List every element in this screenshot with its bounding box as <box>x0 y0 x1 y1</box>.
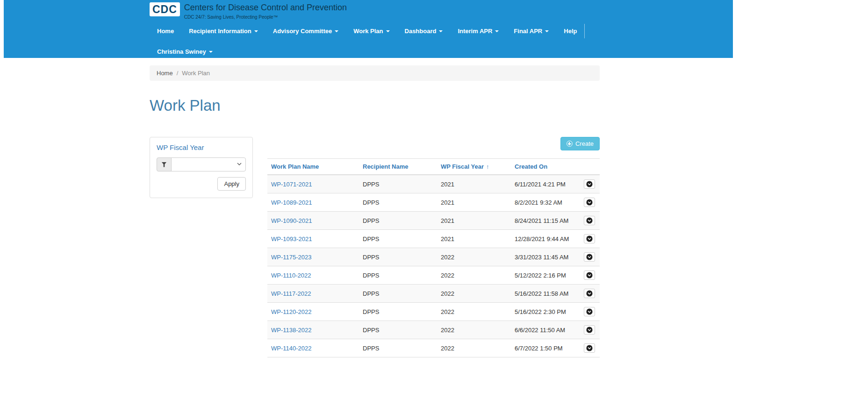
nav-item-final-apr[interactable]: Final APR <box>506 24 556 38</box>
breadcrumb-home[interactable]: Home <box>157 70 173 77</box>
work-plan-name-cell: WP-1140-2022 <box>267 339 359 357</box>
row-actions-button[interactable] <box>584 234 595 243</box>
caret-down-icon <box>386 30 390 32</box>
table-row: WP-1093-2021DPPS202112/28/2021 9:44 AM <box>267 230 600 248</box>
work-plan-link[interactable]: WP-1089-2021 <box>271 199 312 206</box>
row-actions-cell <box>580 285 600 303</box>
recipient-name-cell: DPPS <box>359 193 437 212</box>
work-plan-name-cell: WP-1138-2022 <box>267 321 359 339</box>
breadcrumb-separator: / <box>177 70 179 77</box>
work-plan-link[interactable]: WP-1175-2023 <box>271 254 311 261</box>
table-row: WP-1175-2023DPPS20223/31/2023 11:45 AM <box>267 248 600 266</box>
work-plan-link[interactable]: WP-1110-2022 <box>271 272 311 279</box>
created-on-cell: 8/24/2021 11:15 AM <box>511 212 580 230</box>
nav-item-help[interactable]: Help <box>556 24 585 38</box>
recipient-name-cell: DPPS <box>359 230 437 248</box>
work-plan-link[interactable]: WP-1090-2021 <box>271 217 312 224</box>
nav-item-interim-apr[interactable]: Interim APR <box>450 24 506 38</box>
row-actions-cell <box>580 212 600 230</box>
work-plan-name-cell: WP-1090-2021 <box>267 212 359 230</box>
user-menu[interactable]: Christina Swiney <box>150 44 220 59</box>
table-row: WP-1110-2022DPPS20225/12/2022 2:16 PM <box>267 266 600 285</box>
filter-panel: WP Fiscal Year Apply <box>150 137 253 198</box>
fiscal-year-cell: 2022 <box>437 303 511 321</box>
column-header-recipient-name[interactable]: Recipient Name <box>359 159 437 175</box>
recipient-name-cell: DPPS <box>359 303 437 321</box>
nav-item-label: Recipient Information <box>189 28 251 35</box>
filter-funnel-button[interactable] <box>157 157 172 171</box>
created-on-cell: 6/6/2022 11:50 AM <box>511 321 580 339</box>
site-tagline: CDC 24/7: Saving Lives, Protecting Peopl… <box>184 14 347 20</box>
page-title: Work Plan <box>150 97 600 114</box>
chevron-down-circle-icon <box>586 272 593 278</box>
chevron-down-circle-icon <box>586 217 593 224</box>
table-row: WP-1140-2022DPPS20226/7/2022 1:50 PM <box>267 339 600 357</box>
row-actions-button[interactable] <box>584 289 595 298</box>
row-actions-button[interactable] <box>584 252 595 262</box>
nav-item-dashboard[interactable]: Dashboard <box>397 24 451 38</box>
column-header-work-plan-name[interactable]: Work Plan Name <box>267 159 359 175</box>
work-plan-table: Work Plan NameRecipient NameWP Fiscal Ye… <box>267 158 600 357</box>
funnel-icon <box>162 162 167 167</box>
work-plan-table-section: Create Work Plan NameRecipient NameWP Fi… <box>267 137 600 357</box>
column-header-label: Created On <box>515 163 547 170</box>
fiscal-year-cell: 2022 <box>437 285 511 303</box>
work-plan-link[interactable]: WP-1117-2022 <box>271 290 311 297</box>
work-plan-name-cell: WP-1117-2022 <box>267 285 359 303</box>
nav-item-advisory-committee[interactable]: Advisory Committee <box>265 24 346 38</box>
row-actions-cell <box>580 321 600 339</box>
create-button[interactable]: Create <box>560 137 600 150</box>
row-actions-cell <box>580 248 600 266</box>
row-actions-cell <box>580 266 600 285</box>
recipient-name-cell: DPPS <box>359 248 437 266</box>
column-header-created-on[interactable]: Created On <box>511 159 580 175</box>
created-on-cell: 5/16/2022 2:30 PM <box>511 303 580 321</box>
nav-item-home[interactable]: Home <box>150 24 181 38</box>
row-actions-button[interactable] <box>584 216 595 225</box>
nav-item-label: Work Plan <box>353 28 383 35</box>
fiscal-year-select[interactable] <box>171 157 246 171</box>
row-actions-button[interactable] <box>584 198 595 207</box>
row-actions-button[interactable] <box>584 343 595 353</box>
user-menu-label: Christina Swiney <box>157 48 206 55</box>
fiscal-year-cell: 2022 <box>437 321 511 339</box>
fiscal-year-cell: 2022 <box>437 266 511 285</box>
work-plan-link[interactable]: WP-1120-2022 <box>271 308 311 315</box>
work-plan-link[interactable]: WP-1140-2022 <box>271 345 311 352</box>
nav-item-label: Help <box>564 28 577 35</box>
work-plan-link[interactable]: WP-1093-2021 <box>271 235 312 242</box>
caret-down-icon <box>209 51 213 53</box>
row-actions-cell <box>580 193 600 212</box>
column-header-label: Work Plan Name <box>271 163 319 170</box>
work-plan-name-cell: WP-1071-2021 <box>267 175 359 193</box>
nav-item-work-plan[interactable]: Work Plan <box>346 24 397 38</box>
apply-button[interactable]: Apply <box>217 177 246 191</box>
work-plan-link[interactable]: WP-1138-2022 <box>271 327 311 334</box>
row-actions-button[interactable] <box>584 325 595 335</box>
recipient-name-cell: DPPS <box>359 321 437 339</box>
table-row: WP-1117-2022DPPS20225/16/2022 11:58 AM <box>267 285 600 303</box>
nav-item-recipient-information[interactable]: Recipient Information <box>181 24 265 38</box>
sort-ascending-icon: ↑ <box>486 163 489 170</box>
created-on-cell: 8/2/2021 9:32 AM <box>511 193 580 212</box>
row-actions-cell <box>580 230 600 248</box>
create-button-label: Create <box>575 140 594 147</box>
work-plan-link[interactable]: WP-1071-2021 <box>271 181 312 188</box>
row-actions-button[interactable] <box>584 179 595 189</box>
chevron-down-circle-icon <box>586 199 593 206</box>
chevron-down-circle-icon <box>586 345 593 351</box>
caret-down-icon <box>545 30 549 32</box>
row-actions-button[interactable] <box>584 271 595 280</box>
table-header-row: Work Plan NameRecipient NameWP Fiscal Ye… <box>267 159 600 175</box>
row-actions-cell <box>580 339 600 357</box>
row-actions-button[interactable] <box>584 307 595 316</box>
table-row: WP-1120-2022DPPS20225/16/2022 2:30 PM <box>267 303 600 321</box>
column-header-wp-fiscal-year[interactable]: WP Fiscal Year↑ <box>437 159 511 175</box>
brand: CDC Centers for Disease Control and Prev… <box>150 2 600 20</box>
breadcrumb: Home / Work Plan <box>150 65 600 81</box>
created-on-cell: 5/16/2022 11:58 AM <box>511 285 580 303</box>
row-actions-cell <box>580 303 600 321</box>
fiscal-year-cell: 2022 <box>437 339 511 357</box>
chevron-down-circle-icon <box>586 235 593 242</box>
created-on-cell: 5/12/2022 2:16 PM <box>511 266 580 285</box>
